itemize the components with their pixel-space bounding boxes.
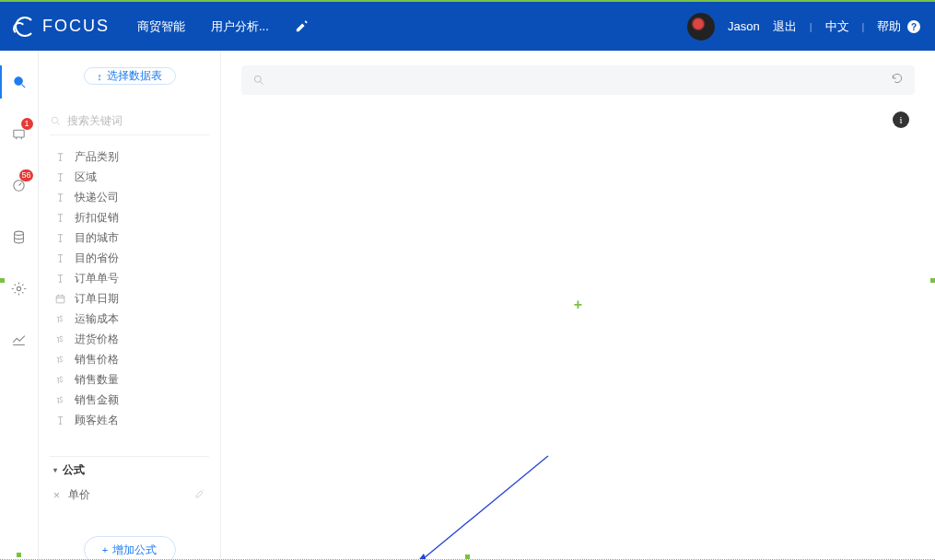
field-label: 顾客姓名 [75,413,119,428]
focus-logo-icon [15,17,35,37]
field-item[interactable]: 目的省份 [50,248,209,268]
info-icon[interactable]: i [893,111,909,128]
edge-marker [465,554,470,559]
main-search-input[interactable] [273,74,883,87]
date-type-icon [53,293,66,304]
search-icon [252,74,265,87]
add-formula-button[interactable]: + 增加公式 [84,536,176,559]
field-item[interactable]: 顾客姓名 [50,410,209,430]
rail-search[interactable] [0,65,39,99]
field-item[interactable]: 销售数量 [50,369,209,390]
field-item[interactable]: 运输成本 [50,309,209,329]
field-label: 订单日期 [75,291,119,307]
top-nav: 商贸智能 用户分析... [137,18,309,35]
main-content: i + [221,51,935,559]
nav-user-analysis[interactable]: 用户分析... [211,18,269,35]
keyword-input[interactable] [67,114,209,127]
field-item[interactable]: 订单日期 [50,288,209,309]
field-label: 目的省份 [75,251,119,266]
text-type-icon [53,273,66,284]
logout-link[interactable]: 退出 [773,18,797,35]
formula-section-header[interactable]: ▾ 公式 [50,456,209,484]
rail-data[interactable] [0,220,39,253]
formula-label: 单价 [68,487,90,503]
edge-marker [930,278,935,283]
field-label: 产品类别 [75,149,119,165]
edit-formula-icon[interactable] [194,488,205,502]
header-right: Jason 退出 | 中文 | 帮助 ? [687,13,920,41]
num-type-icon [53,313,66,324]
user-name[interactable]: Jason [728,19,760,33]
rail-gauge[interactable]: 56 [0,169,39,202]
text-type-icon [53,414,66,426]
field-item[interactable]: 订单单号 [50,268,209,288]
field-item[interactable]: 快递公司 [50,187,209,207]
nav-business[interactable]: 商贸智能 [137,18,185,35]
field-label: 运输成本 [75,311,119,327]
field-item[interactable]: 进货价格 [50,329,209,349]
rail-pinboard[interactable]: 1 [0,117,39,150]
divider: | [810,21,812,32]
field-label: 目的城市 [75,230,119,246]
trend-icon [11,332,27,348]
field-item[interactable]: 销售金额 [50,390,209,410]
text-type-icon [53,151,66,162]
left-rail: 1 56 [0,51,39,559]
field-label: 订单单号 [75,271,119,286]
text-type-icon [53,171,66,182]
select-data-table-button[interactable]: ↕ 选择数据表 [84,67,176,85]
badge: 56 [19,169,32,181]
help-question-icon: ? [907,20,920,33]
svg-line-10 [57,122,60,125]
lang-link[interactable]: 中文 [825,18,849,35]
formula-item[interactable]: × 单价 [50,484,209,507]
edit-icon[interactable] [295,19,309,33]
field-label: 销售价格 [75,352,119,368]
field-item[interactable]: 目的城市 [50,228,209,248]
svg-marker-18 [413,554,427,560]
svg-line-16 [261,82,263,85]
swap-icon: ↕ [97,71,102,82]
svg-point-9 [52,117,58,123]
text-type-icon [53,252,66,263]
field-item[interactable]: 产品类别 [50,146,209,167]
edge-marker [0,278,5,283]
field-item[interactable]: 折扣促销 [50,207,209,228]
field-list: 产品类别区域快递公司折扣促销目的城市目的省份订单单号订单日期运输成本进货价格销售… [50,146,209,430]
top-header: FOCUS 商贸智能 用户分析... Jason 退出 | 中文 | 帮助 ? [0,2,935,51]
badge: 1 [21,118,33,130]
field-label: 销售金额 [75,392,119,408]
main-search-bar[interactable] [241,65,915,95]
field-item[interactable]: 销售价格 [50,349,209,369]
search-icon [50,115,62,127]
field-label: 快递公司 [75,190,119,205]
caret-down-icon: ▾ [53,466,57,474]
plus-icon: + [102,544,108,555]
field-label: 折扣促销 [75,210,119,226]
reload-icon[interactable] [891,72,904,88]
num-type-icon [53,394,66,405]
num-type-icon [53,374,66,385]
text-type-icon [53,212,66,223]
svg-point-0 [15,76,22,85]
svg-rect-11 [56,296,64,303]
annotation-arrow [405,454,553,560]
fields-panel: ↕ 选择数据表 产品类别区域快递公司折扣促销目的城市目的省份订单单号订单日期运输… [39,51,221,559]
field-item[interactable]: 区域 [50,167,209,187]
svg-line-1 [22,84,26,88]
help-link[interactable]: 帮助 ? [877,18,920,35]
remove-formula-icon[interactable]: × [53,489,60,502]
field-label: 区域 [75,169,97,185]
rail-trend[interactable] [0,323,39,356]
svg-point-15 [254,76,261,82]
edge-marker [17,553,21,557]
text-type-icon [53,232,66,243]
field-label: 进货价格 [75,332,119,347]
svg-line-17 [413,456,548,560]
avatar[interactable] [687,13,715,41]
rail-settings[interactable] [0,272,39,305]
keyword-search[interactable] [50,114,209,135]
divider: | [862,21,865,32]
svg-point-7 [17,286,20,290]
num-type-icon [53,354,66,365]
